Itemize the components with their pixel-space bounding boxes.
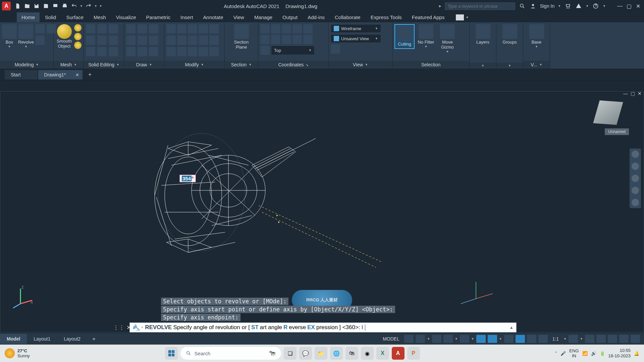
ucs-world-icon[interactable] — [271, 24, 280, 34]
snap-dd-icon[interactable]: ▼ — [427, 337, 430, 341]
vp-max-icon[interactable]: ▢ — [631, 91, 635, 96]
help-icon[interactable] — [592, 2, 599, 10]
move-icon[interactable] — [166, 24, 176, 34]
smooth-object-button[interactable]: Smooth Object — [56, 24, 73, 49]
taskview-icon[interactable]: ❏ — [284, 347, 297, 360]
steering-wheel-icon[interactable] — [632, 150, 639, 158]
qat-undo-icon[interactable] — [70, 2, 78, 10]
scale-icon[interactable] — [166, 36, 176, 45]
tab-output[interactable]: Output — [278, 12, 302, 22]
qat-redo-icon[interactable] — [85, 2, 92, 10]
qat-open-icon[interactable] — [23, 2, 31, 10]
orbit-icon[interactable] — [632, 187, 639, 194]
isodraft-icon[interactable] — [460, 335, 469, 343]
snap-icon[interactable] — [416, 335, 425, 343]
viewcube-ucs-label[interactable]: Unnamed — [605, 128, 629, 135]
store-icon[interactable]: 🛍 — [345, 347, 358, 360]
cmdline-wrench-icon[interactable]: 🔧 — [133, 324, 140, 331]
dell-icon[interactable]: ◉ — [361, 347, 374, 360]
dynamic-input[interactable]: 354° — [179, 175, 196, 182]
tab-surface[interactable]: Surface — [61, 12, 88, 22]
viewport[interactable]: —▢✕ Unnamed — [0, 91, 644, 333]
chamfer-icon[interactable] — [166, 47, 176, 56]
tab-drawing1[interactable]: Drawing1*✕ — [38, 70, 83, 79]
vp-close-icon[interactable]: ✕ — [638, 91, 642, 96]
signin-dropdown-icon[interactable]: ▼ — [558, 4, 561, 8]
plus-icon[interactable] — [585, 335, 594, 343]
ribbon-toggle-dropdown[interactable]: ▼ — [466, 16, 469, 19]
fillet-edge-icon[interactable] — [109, 47, 118, 56]
ucs-y-icon[interactable] — [292, 24, 302, 34]
spline-icon[interactable] — [149, 47, 158, 56]
3dosnap-icon[interactable] — [488, 335, 497, 343]
tab-expresstools[interactable]: Express Tools — [366, 12, 407, 22]
mesh-more-icon[interactable] — [74, 24, 82, 32]
cart-icon[interactable] — [564, 2, 572, 10]
line-icon[interactable] — [126, 24, 136, 34]
ucs-x-icon[interactable] — [282, 24, 291, 34]
cmdline-close-icon[interactable]: ✕ — [126, 324, 131, 331]
edge-icon[interactable]: 🌐 — [330, 347, 343, 360]
ucs-object-icon[interactable] — [282, 35, 291, 44]
tab-addins[interactable]: Add-ins — [303, 12, 329, 22]
grid-icon[interactable] — [404, 335, 414, 343]
ucs-face-icon[interactable] — [292, 35, 302, 44]
isolate-icon[interactable] — [608, 335, 617, 343]
subtract-icon[interactable] — [97, 24, 107, 34]
close-icon[interactable]: ✕ — [636, 3, 642, 9]
presspull-icon[interactable] — [35, 36, 45, 45]
layout2-tab[interactable]: Layout2 — [57, 334, 87, 344]
section-plane-button[interactable]: Section Plane — [231, 24, 252, 50]
search-icon[interactable] — [519, 2, 526, 10]
model-tab[interactable]: Model — [0, 334, 27, 344]
qat-webmobile-icon[interactable] — [52, 2, 59, 10]
offset-icon[interactable] — [199, 47, 208, 56]
ellipse-icon[interactable] — [126, 47, 136, 56]
osnap-icon[interactable] — [476, 335, 486, 343]
offset-edge-icon[interactable] — [97, 47, 107, 56]
infocenter-arrow-icon[interactable]: ▶ — [439, 4, 441, 8]
app-logo[interactable]: A — [2, 2, 11, 10]
view-manager-icon[interactable] — [331, 44, 340, 54]
polar-icon[interactable] — [443, 335, 453, 343]
mirror-icon[interactable] — [209, 24, 219, 34]
cmdline-expand-icon[interactable]: ▲ — [509, 325, 514, 330]
minimize-icon[interactable]: — — [617, 3, 623, 9]
cmdline-drag-icon[interactable]: ⋮⋮ — [113, 324, 124, 331]
start-button[interactable] — [165, 347, 178, 360]
tab-collaborate[interactable]: Collaborate — [330, 12, 365, 22]
tray-chevron-icon[interactable]: ˄ — [555, 351, 557, 356]
restore-icon[interactable]: ▢ — [627, 3, 633, 9]
hatch-icon[interactable] — [138, 47, 147, 56]
extend-icon[interactable] — [199, 36, 208, 45]
polygon-icon[interactable] — [149, 36, 158, 45]
culling-button[interactable]: Culling — [394, 24, 415, 49]
layout-add-icon[interactable]: ＋ — [87, 334, 101, 345]
transparency-icon[interactable] — [516, 335, 525, 343]
nofilter-button[interactable]: No Filter▼ — [416, 24, 436, 48]
view-cube[interactable] — [592, 98, 624, 130]
wifi-icon[interactable]: 📶 — [582, 351, 588, 356]
mesh-refine-icon[interactable] — [74, 42, 82, 49]
circle-icon[interactable] — [149, 24, 158, 34]
polyline-icon[interactable] — [138, 24, 147, 34]
ucs-view-icon[interactable] — [260, 35, 270, 44]
tab-parametric[interactable]: Parametric — [142, 12, 175, 22]
ucs-icon-btn[interactable] — [260, 24, 270, 34]
qat-customize-icon[interactable]: ▼ — [99, 4, 102, 8]
redo-dropdown-icon[interactable]: ▼ — [94, 4, 97, 8]
vp-min-icon[interactable]: — — [623, 91, 628, 96]
zoom-icon[interactable] — [632, 175, 639, 182]
mesh-less-icon[interactable] — [74, 33, 82, 40]
qat-save-icon[interactable] — [33, 2, 40, 10]
tab-manage[interactable]: Manage — [250, 12, 277, 22]
ortho-icon[interactable] — [432, 335, 441, 343]
pan-icon[interactable] — [632, 163, 639, 170]
visual-style-dropdown[interactable]: Wireframe▼ — [331, 24, 381, 33]
rotate-icon[interactable] — [199, 24, 208, 34]
rectangle-icon[interactable] — [138, 36, 147, 45]
slice-icon[interactable] — [86, 36, 95, 45]
tab-home[interactable]: Home — [17, 12, 40, 22]
box-button[interactable]: Box▼ — [2, 24, 17, 48]
user-icon[interactable] — [529, 2, 537, 10]
